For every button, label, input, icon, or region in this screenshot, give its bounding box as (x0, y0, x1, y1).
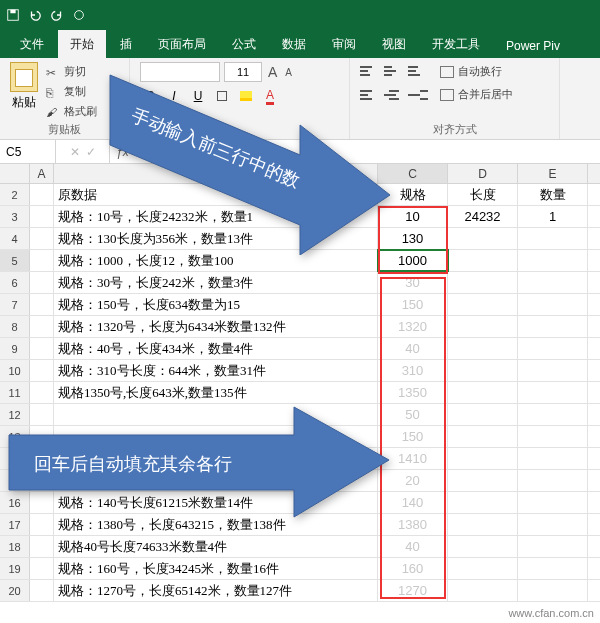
name-box[interactable]: C5 (0, 140, 56, 163)
cell[interactable]: 150 (378, 294, 448, 315)
cell[interactable]: 160 (378, 558, 448, 579)
cell[interactable]: 40 (378, 338, 448, 359)
row-header[interactable]: 18 (0, 536, 30, 557)
cell[interactable] (518, 536, 588, 557)
cell[interactable] (518, 580, 588, 601)
enter-formula-icon[interactable]: ✓ (86, 145, 96, 159)
row-header[interactable]: 10 (0, 360, 30, 381)
row-header[interactable]: 19 (0, 558, 30, 579)
row-header[interactable]: 5 (0, 250, 30, 271)
cell[interactable]: 规格：160号，长度34245米，数量16件 (54, 558, 378, 579)
undo-icon[interactable] (28, 8, 42, 22)
cell[interactable] (448, 470, 518, 491)
cell[interactable] (30, 536, 54, 557)
cell[interactable]: 规格：310号长度：644米，数量31件 (54, 360, 378, 381)
cell[interactable] (518, 404, 588, 425)
cell[interactable]: 规格：150号，长度634数量为15 (54, 294, 378, 315)
cell[interactable] (518, 228, 588, 249)
cell[interactable]: 30 (378, 272, 448, 293)
cell[interactable] (448, 404, 518, 425)
row-header[interactable]: 4 (0, 228, 30, 249)
tab-developer[interactable]: 开发工具 (420, 30, 492, 58)
cell[interactable]: 1270 (378, 580, 448, 601)
cell[interactable] (448, 272, 518, 293)
cell[interactable] (30, 250, 54, 271)
cell[interactable] (518, 514, 588, 535)
cell[interactable] (448, 426, 518, 447)
cell[interactable]: 1320 (378, 316, 448, 337)
cell[interactable] (30, 294, 54, 315)
cell[interactable] (448, 492, 518, 513)
col-header-A[interactable]: A (30, 164, 54, 183)
cell[interactable] (448, 294, 518, 315)
cell[interactable] (448, 536, 518, 557)
tab-powerpivot[interactable]: Power Piv (494, 33, 572, 58)
cut-button[interactable]: 剪切 (46, 62, 97, 81)
cell[interactable] (30, 272, 54, 293)
cell[interactable] (30, 580, 54, 601)
cell[interactable]: 数量 (518, 184, 588, 205)
paste-button[interactable]: 粘贴 (10, 62, 38, 121)
cell[interactable]: 1 (518, 206, 588, 227)
align-bottom-button[interactable] (408, 62, 428, 80)
cell[interactable] (30, 228, 54, 249)
cell[interactable] (518, 492, 588, 513)
cell[interactable] (518, 316, 588, 337)
cell[interactable] (518, 294, 588, 315)
row-header[interactable]: 3 (0, 206, 30, 227)
row-header[interactable]: 7 (0, 294, 30, 315)
cell[interactable] (518, 558, 588, 579)
cell[interactable] (518, 272, 588, 293)
cell[interactable] (448, 448, 518, 469)
cell[interactable]: 40 (378, 536, 448, 557)
cell[interactable] (518, 470, 588, 491)
cell[interactable] (448, 360, 518, 381)
cell[interactable] (448, 250, 518, 271)
cell[interactable]: 24232 (448, 206, 518, 227)
cell[interactable] (30, 558, 54, 579)
cell[interactable] (518, 338, 588, 359)
cell[interactable] (448, 316, 518, 337)
cell[interactable] (518, 448, 588, 469)
col-header-D[interactable]: D (448, 164, 518, 183)
tab-file[interactable]: 文件 (8, 30, 56, 58)
touch-mode-icon[interactable] (72, 8, 86, 22)
row-header[interactable]: 8 (0, 316, 30, 337)
cell[interactable] (448, 514, 518, 535)
cell[interactable] (518, 250, 588, 271)
row-header[interactable]: 9 (0, 338, 30, 359)
row-header[interactable]: 2 (0, 184, 30, 205)
cell[interactable] (30, 338, 54, 359)
redo-icon[interactable] (50, 8, 64, 22)
cell[interactable] (448, 580, 518, 601)
cell[interactable]: 规格：40号，长度434米，数量4件 (54, 338, 378, 359)
cell[interactable] (30, 360, 54, 381)
wrap-text-button[interactable]: 自动换行 (440, 62, 513, 81)
cell[interactable]: 长度 (448, 184, 518, 205)
cancel-formula-icon[interactable]: ✕ (70, 145, 80, 159)
cell[interactable] (30, 206, 54, 227)
cell[interactable] (518, 426, 588, 447)
align-right-button[interactable] (408, 86, 428, 104)
row-header[interactable]: 6 (0, 272, 30, 293)
cell[interactable] (518, 360, 588, 381)
cell[interactable] (448, 338, 518, 359)
save-icon[interactable] (6, 8, 20, 22)
tab-home[interactable]: 开始 (58, 30, 106, 58)
merge-center-button[interactable]: 合并后居中 (440, 85, 513, 104)
col-header-E[interactable]: E (518, 164, 588, 183)
cell[interactable]: 310 (378, 360, 448, 381)
cell[interactable] (30, 316, 54, 337)
select-all-corner[interactable] (0, 164, 30, 183)
copy-button[interactable]: 复制 (46, 82, 97, 101)
cell[interactable]: 规格：30号，长度242米，数量3件 (54, 272, 378, 293)
format-painter-button[interactable]: 格式刷 (46, 102, 97, 121)
cell[interactable] (30, 184, 54, 205)
cell[interactable]: 规格：1320号，长度为6434米数量132件 (54, 316, 378, 337)
row-header[interactable]: 20 (0, 580, 30, 601)
cell[interactable]: 规格40号长度74633米数量4件 (54, 536, 378, 557)
cell[interactable] (448, 228, 518, 249)
cell[interactable] (518, 382, 588, 403)
cell[interactable] (448, 382, 518, 403)
cell[interactable] (448, 558, 518, 579)
